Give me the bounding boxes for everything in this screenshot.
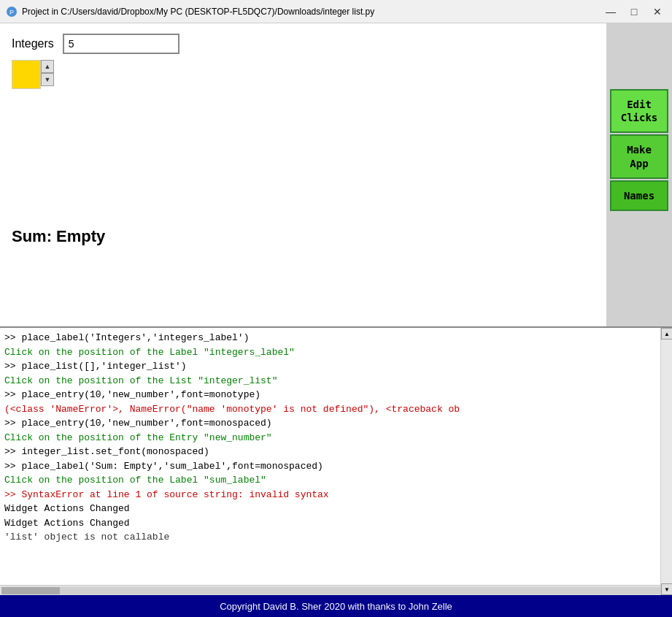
console-line: >> place_list([],'integer_list') [4,359,668,374]
console-line: >> place_entry(10,'new_number',font=mono… [4,416,668,431]
vertical-scrollbar[interactable]: ▲ ▼ [660,328,672,595]
window-title: Project in C:/Users/david/Dropbox/My PC … [22,7,602,17]
console-line: Click on the position of the Label "inte… [4,345,668,360]
scroll-down-arrow[interactable]: ▼ [41,73,54,86]
top-section: Integers ▲ ▼ Sum: Empty EditClicks MakeA… [0,23,672,326]
names-button[interactable]: Names [610,180,668,211]
sidebar: EditClicks MakeApp Names [606,23,672,326]
listbox-area: ▲ ▼ [0,60,606,89]
app-container: Integers ▲ ▼ Sum: Empty EditClicks MakeA… [0,23,672,617]
integers-row: Integers [0,23,606,60]
console-line: >> integer_list.set_font(monospaced) [4,445,668,459]
make-app-button[interactable]: MakeApp [610,134,668,178]
console-content[interactable]: >> place_label('Integers','integers_labe… [0,328,672,585]
integers-label: Integers [12,37,54,50]
maximize-button[interactable]: □ [625,3,643,20]
footer: Copyright David B. Sher 2020 with thanks… [0,595,672,617]
window-controls: — □ ✕ [602,3,666,20]
close-button[interactable]: ✕ [649,3,666,20]
minimize-button[interactable]: — [602,3,619,20]
console-line: (<class 'NameError'>, NameError("name 'm… [4,402,668,417]
console-line: Widget Actions Changed [4,516,668,531]
console-line: Click on the position of the Entry "new_… [4,431,668,445]
widget-area: Integers ▲ ▼ Sum: Empty [0,23,606,326]
scroll-up-arrow[interactable]: ▲ [41,60,54,73]
console-line: Click on the position of the List "integ… [4,374,668,388]
h-scroll-track[interactable] [1,587,671,594]
h-scroll-thumb[interactable] [1,587,60,594]
console-line: Click on the position of the Label "sum_… [4,473,668,488]
edit-clicks-button[interactable]: EditClicks [610,89,668,133]
console-line: >> place_label('Integers','integers_labe… [4,331,668,345]
integers-input[interactable] [63,34,179,54]
list-item-yellow [12,60,41,89]
list-scrollbar[interactable]: ▲ ▼ [41,60,54,86]
footer-text: Copyright David B. Sher 2020 with thanks… [220,601,452,612]
horizontal-scrollbar[interactable] [0,585,672,595]
console-wrapper: >> place_label('Integers','integers_labe… [0,328,672,595]
console-line: 'list' object is not callable [4,530,668,545]
v-scroll-down[interactable]: ▼ [661,583,672,595]
console-inner: >> place_label('Integers','integers_labe… [0,328,672,595]
sum-label: Sum: Empty [12,227,105,246]
console-area: >> place_label('Integers','integers_labe… [0,326,672,595]
console-line: >> place_label('Sum: Empty','sum_label',… [4,459,668,474]
svg-text:P: P [9,9,14,16]
console-line: >> SyntaxError at line 1 of source strin… [4,488,668,502]
title-bar: P Project in C:/Users/david/Dropbox/My P… [0,0,672,23]
console-line: Widget Actions Changed [4,502,668,516]
v-scroll-up[interactable]: ▲ [661,328,672,340]
v-scroll-track [661,340,672,583]
main-canvas: Integers ▲ ▼ Sum: Empty [0,23,606,326]
console-line: >> place_entry(10,'new_number',font=mono… [4,388,668,402]
app-icon: P [6,6,18,18]
